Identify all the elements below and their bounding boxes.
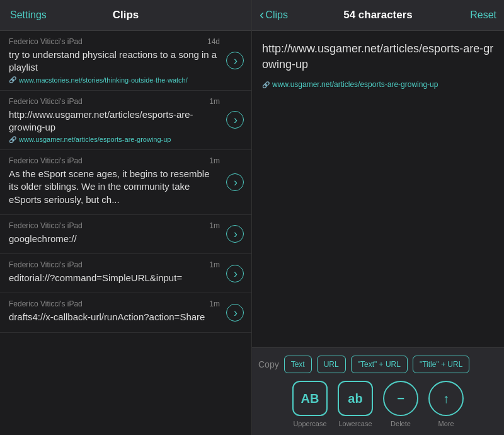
left-header: Settings Clips	[0, 0, 251, 31]
left-panel-title: Clips	[113, 9, 139, 21]
clip-item-content: Federico Viticci's iPad 1m drafts4://x-c…	[9, 299, 220, 325]
copy-option-button[interactable]: Text	[284, 356, 312, 373]
clip-item-content: Federico Viticci's iPad 1m http://www.us…	[9, 97, 220, 144]
clip-item-content: Federico Viticci's iPad 1m googlechrome:…	[9, 221, 220, 247]
clip-time: 1m	[209, 260, 220, 269]
clip-device: Federico Viticci's iPad	[9, 260, 83, 269]
clip-device: Federico Viticci's iPad	[9, 221, 83, 230]
copy-label: Copy	[258, 359, 279, 369]
copy-row: Copy TextURL"Text" + URL"Title" + URL	[258, 356, 498, 373]
right-actions: Copy TextURL"Text" + URL"Title" + URL AB…	[252, 347, 504, 435]
right-panel-title: 54 characters	[343, 9, 413, 21]
action-label: Delete	[391, 420, 411, 427]
clip-device: Federico Viticci's iPad	[9, 97, 83, 106]
reset-button[interactable]: Reset	[470, 9, 496, 21]
clip-chevron-icon[interactable]	[226, 52, 244, 69]
clip-device: Federico Viticci's iPad	[9, 37, 83, 46]
back-button[interactable]: Clips	[260, 8, 288, 22]
right-content: http://www.usgamer.net/articles/esports-…	[252, 31, 504, 347]
copy-option-button[interactable]: "Text" + URL	[351, 356, 408, 373]
clip-time: 1m	[209, 221, 220, 230]
clip-chevron-icon[interactable]	[226, 304, 244, 322]
clip-item-content: Federico Viticci's iPad 14d try to under…	[9, 37, 220, 84]
action-button[interactable]: ↑ More	[427, 381, 465, 427]
clip-chevron-icon[interactable]	[226, 173, 244, 191]
clip-item-content: Federico Viticci's iPad 1m As the eSport…	[9, 156, 220, 208]
action-button[interactable]: AB Uppercase	[291, 381, 329, 427]
clip-chevron-icon[interactable]	[226, 225, 244, 243]
clip-device: Federico Viticci's iPad	[9, 156, 83, 165]
clip-text: editorial://?command=SimpleURL&input=	[9, 272, 220, 284]
clip-url-preview: www.macstories.net/stories/thinking-outs…	[9, 76, 220, 84]
action-label: More	[438, 420, 454, 427]
clip-detail-text: http://www.usgamer.net/articles/esports-…	[262, 41, 494, 72]
clip-url-preview: www.usgamer.net/articles/esports-are-gro…	[9, 136, 220, 143]
copy-option-button[interactable]: "Title" + URL	[413, 356, 469, 373]
action-button[interactable]: ab Lowercase	[336, 381, 374, 427]
clip-item[interactable]: Federico Viticci's iPad 1m editorial://?…	[0, 254, 251, 293]
action-row: AB Uppercase ab Lowercase − Delete ↑ Mor…	[258, 381, 498, 427]
clip-item[interactable]: Federico Viticci's iPad 1m googlechrome:…	[0, 215, 251, 254]
clip-detail-url: www.usgamer.net/articles/esports-are-gro…	[262, 80, 494, 89]
action-icon: ↑	[428, 381, 464, 416]
clip-time: 1m	[209, 97, 220, 106]
clip-device: Federico Viticci's iPad	[9, 299, 83, 308]
clip-text: drafts4://x-callback-url/runAction?actio…	[9, 311, 220, 323]
clip-text: As the eSport scene ages, it begins to r…	[9, 168, 220, 206]
right-header: Clips 54 characters Reset	[252, 0, 504, 31]
copy-option-button[interactable]: URL	[317, 356, 346, 373]
clips-list: Federico Viticci's iPad 14d try to under…	[0, 31, 251, 435]
clip-item[interactable]: Federico Viticci's iPad 1m http://www.us…	[0, 91, 251, 151]
clip-text: googlechrome://	[9, 233, 220, 245]
action-icon: AB	[292, 381, 328, 416]
left-panel: Settings Clips Federico Viticci's iPad 1…	[0, 0, 252, 435]
clip-text: try to understand physical reactions to …	[9, 49, 220, 74]
right-panel: Clips 54 characters Reset http://www.usg…	[252, 0, 504, 435]
action-label: Lowercase	[338, 420, 372, 427]
clip-time: 1m	[209, 299, 220, 308]
clip-item[interactable]: Federico Viticci's iPad 1m drafts4://x-c…	[0, 293, 251, 332]
clip-time: 1m	[209, 156, 220, 165]
action-label: Uppercase	[293, 420, 326, 427]
clip-item[interactable]: Federico Viticci's iPad 1m As the eSport…	[0, 150, 251, 215]
action-button[interactable]: − Delete	[382, 381, 420, 427]
settings-button[interactable]: Settings	[10, 9, 47, 21]
clip-chevron-icon[interactable]	[226, 265, 244, 282]
clip-text: http://www.usgamer.net/articles/esports-…	[9, 108, 220, 134]
action-icon: −	[383, 381, 418, 416]
action-icon: ab	[338, 381, 373, 416]
clip-time: 14d	[207, 37, 220, 46]
clip-item-content: Federico Viticci's iPad 1m editorial://?…	[9, 260, 220, 286]
clip-item[interactable]: Federico Viticci's iPad 14d try to under…	[0, 31, 251, 91]
clip-chevron-icon[interactable]	[226, 111, 244, 129]
